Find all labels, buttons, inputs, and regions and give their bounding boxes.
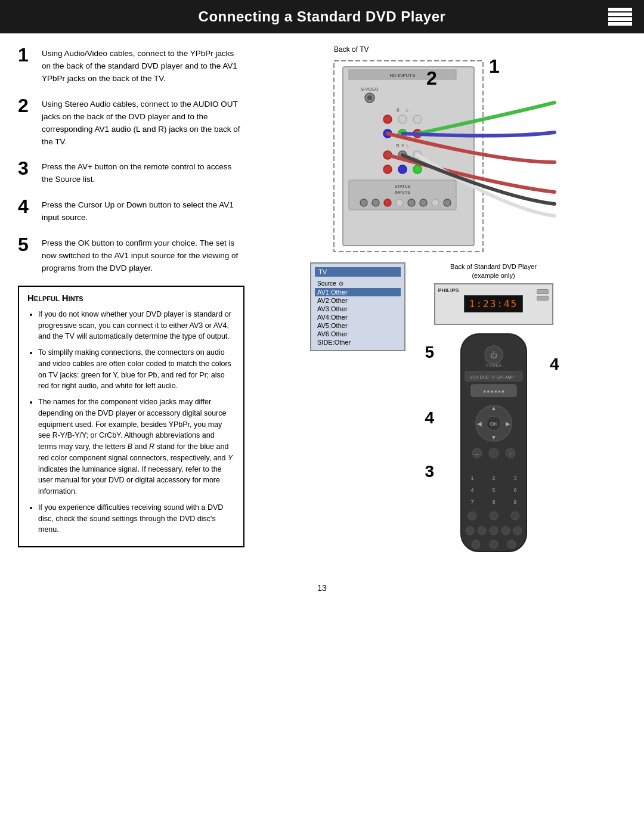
svg-point-61 bbox=[468, 512, 476, 520]
tv-back-label: Back of TV bbox=[334, 45, 369, 54]
step-5-text: Press the OK button to confirm your choi… bbox=[42, 235, 244, 275]
tv-screen-header: TV bbox=[315, 267, 401, 277]
dvd-back-label-text: Back of Standard DVD Player(example only… bbox=[450, 263, 537, 279]
svg-text:▶: ▶ bbox=[506, 420, 510, 427]
step-5-number: 5 bbox=[18, 235, 35, 254]
svg-text:S-VIDEO: S-VIDEO bbox=[361, 87, 379, 91]
tv-source-item-4: AV4:Other bbox=[315, 313, 401, 321]
hint-item-2: To simplify making connections, the conn… bbox=[38, 347, 235, 392]
page-number: 13 bbox=[0, 571, 644, 599]
tv-source-item-2: AV2:Other bbox=[315, 296, 401, 305]
tv-diagram-section: Back of TV HD INPUTS S-VIDEO B L bbox=[316, 45, 566, 259]
page-header: Connecting a Standard DVD Player bbox=[0, 0, 644, 33]
svg-text:7: 7 bbox=[470, 499, 473, 505]
svg-text:+: + bbox=[509, 452, 511, 456]
remote-step-5: 5 bbox=[425, 343, 435, 362]
page-title: Connecting a Standard DVD Player bbox=[199, 8, 446, 25]
svg-point-20 bbox=[413, 165, 422, 174]
svg-point-31 bbox=[444, 199, 451, 206]
svg-text:▼: ▼ bbox=[491, 434, 497, 441]
svg-point-29 bbox=[420, 199, 427, 206]
svg-text:8: 8 bbox=[492, 499, 495, 505]
hints-box: Helpful Hints If you do not know whether… bbox=[18, 286, 244, 547]
svg-text:HD INPUTS: HD INPUTS bbox=[389, 73, 415, 78]
hint-item-1: If you do not know whether your DVD play… bbox=[38, 309, 235, 342]
diagram-num-1: 1 bbox=[489, 55, 500, 77]
dvd-time-display: 1:23:45 bbox=[464, 295, 523, 312]
svg-point-25 bbox=[372, 199, 379, 206]
svg-text:INPUTS: INPUTS bbox=[395, 190, 410, 194]
svg-text:POWER: POWER bbox=[485, 363, 501, 367]
source-label: Source bbox=[317, 280, 336, 287]
svg-text:OK: OK bbox=[490, 421, 497, 427]
right-column: Back of TV HD INPUTS S-VIDEO B L bbox=[256, 45, 626, 559]
svg-point-6 bbox=[367, 95, 372, 100]
svg-point-62 bbox=[490, 512, 498, 520]
step-3-number: 3 bbox=[18, 159, 35, 178]
step-5: 5 Press the OK button to confirm your ch… bbox=[18, 235, 244, 275]
svg-point-70 bbox=[490, 540, 498, 549]
remote-step-4-mid: 4 bbox=[425, 408, 435, 428]
svg-text:▲: ▲ bbox=[491, 405, 497, 411]
step-1-number: 1 bbox=[18, 45, 35, 64]
hints-list: If you do not know whether your DVD play… bbox=[27, 309, 235, 535]
svg-text:6: 6 bbox=[513, 487, 516, 493]
svg-point-19 bbox=[398, 165, 407, 174]
svg-point-28 bbox=[408, 199, 415, 206]
header-icon bbox=[608, 7, 632, 26]
remote-step-3: 3 bbox=[425, 462, 435, 481]
svg-text:R  Y  L: R Y L bbox=[396, 144, 408, 148]
dvd-back-label: Back of Standard DVD Player(example only… bbox=[450, 262, 537, 281]
main-content: 1 Using Audio/Video cables, connect to t… bbox=[0, 33, 644, 571]
step-3-text: Press the AV+ button on the remote contr… bbox=[42, 159, 244, 186]
svg-text:⏻: ⏻ bbox=[490, 351, 497, 360]
svg-text:VCR DVD TV SAT AMP: VCR DVD TV SAT AMP bbox=[470, 375, 514, 379]
svg-point-27 bbox=[396, 199, 403, 206]
svg-text:STATUS: STATUS bbox=[395, 184, 411, 188]
step-4: 4 Press the Cursor Up or Down button to … bbox=[18, 197, 244, 224]
svg-text:—: — bbox=[475, 452, 479, 456]
svg-text:■ ■ ■ ■ ■ ■: ■ ■ ■ ■ ■ ■ bbox=[483, 389, 504, 394]
tv-source-item-3: AV3:Other bbox=[315, 305, 401, 313]
svg-point-30 bbox=[432, 199, 439, 206]
step-3: 3 Press the AV+ button on the remote con… bbox=[18, 159, 244, 186]
svg-point-71 bbox=[507, 540, 516, 549]
source-row: Source ⊙ bbox=[315, 279, 401, 288]
svg-text:1: 1 bbox=[470, 475, 473, 481]
hint-item-4: If you experience difficulties receiving… bbox=[38, 502, 235, 535]
remote-step-4-top: 4 bbox=[550, 355, 559, 374]
svg-point-9 bbox=[398, 115, 407, 123]
svg-point-26 bbox=[384, 199, 391, 206]
svg-text:◀: ◀ bbox=[477, 420, 482, 427]
dvd-button-1 bbox=[537, 289, 549, 294]
source-icon: ⊙ bbox=[339, 280, 343, 287]
svg-point-18 bbox=[383, 165, 392, 174]
remote-svg: ⏻ POWER VCR DVD TV SAT AMP ■ ■ ■ ■ ■ ■ O… bbox=[446, 331, 541, 558]
svg-point-64 bbox=[466, 527, 474, 535]
tv-screen-section: TV Source ⊙ AV1:Other AV2:Other AV3:Othe… bbox=[310, 262, 405, 351]
svg-point-8 bbox=[383, 115, 392, 123]
svg-text:5: 5 bbox=[492, 487, 495, 493]
tv-source-item-5: AV5:Other bbox=[315, 321, 401, 330]
dvd-remote-section: Back of Standard DVD Player(example only… bbox=[414, 262, 572, 559]
svg-point-68 bbox=[513, 527, 522, 535]
bottom-diagram-section: TV Source ⊙ AV1:Other AV2:Other AV3:Othe… bbox=[310, 262, 572, 559]
tv-back-svg: HD INPUTS S-VIDEO B L R Y L bbox=[316, 55, 566, 258]
tv-source-item-1: AV1:Other bbox=[315, 288, 401, 296]
svg-text:3: 3 bbox=[513, 475, 516, 481]
svg-point-66 bbox=[490, 527, 498, 535]
svg-text:B      L: B L bbox=[397, 108, 408, 112]
dvd-buttons-area bbox=[537, 289, 549, 301]
svg-point-10 bbox=[413, 115, 422, 123]
step-2-number: 2 bbox=[18, 96, 35, 115]
step-2-text: Using Stereo Audio cables, connect to th… bbox=[42, 96, 244, 148]
svg-text:4: 4 bbox=[470, 487, 473, 493]
step-1-text: Using Audio/Video cables, connect to the… bbox=[42, 45, 244, 85]
tv-source-item-6: AV6:Other bbox=[315, 330, 401, 338]
diagram-num-2: 2 bbox=[426, 67, 437, 89]
step-1: 1 Using Audio/Video cables, connect to t… bbox=[18, 45, 244, 85]
tv-source-screen: TV Source ⊙ AV1:Other AV2:Other AV3:Othe… bbox=[310, 262, 405, 351]
svg-point-65 bbox=[478, 527, 486, 535]
dvd-brand: PHILIPS bbox=[438, 287, 459, 293]
svg-point-63 bbox=[511, 512, 519, 520]
